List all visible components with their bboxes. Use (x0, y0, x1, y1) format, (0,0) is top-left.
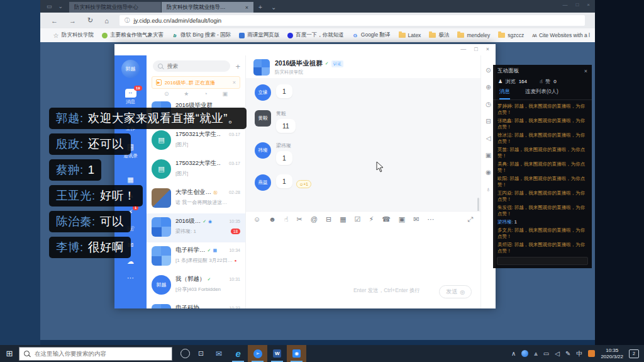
tray-icon[interactable]: ⩓ (534, 350, 538, 358)
toolbar-icon[interactable]: ⊟ (326, 215, 331, 223)
toolbar-icon[interactable]: ✂ (297, 215, 303, 223)
send-button[interactable]: 发送 ◎ (439, 285, 472, 298)
hidden-icons-chevron[interactable]: ∧ (511, 350, 516, 357)
tray-icon[interactable]: ▭ (543, 350, 549, 357)
tab-close-icon[interactable]: × (245, 4, 248, 11)
strip-tool-icon[interactable]: ◉ (486, 169, 491, 176)
taskbar-app-button[interactable]: ◉ (287, 345, 306, 362)
sender-avatar[interactable]: 祎璨 (255, 142, 271, 159)
bookmark-item[interactable]: 雨课堂网页版 (239, 31, 279, 39)
toolbar-icon[interactable]: ⋯ (427, 215, 434, 223)
panel-input[interactable] (497, 257, 588, 265)
bookmark-item[interactable]: 主要粮食作物气象灾害 (102, 31, 164, 39)
group-avatar[interactable] (253, 59, 270, 76)
search-input[interactable] (166, 62, 219, 70)
taskbar-search[interactable] (19, 347, 172, 361)
toolbar-icon[interactable]: ✉ (413, 215, 419, 223)
bookmark-item[interactable]: G Google 翻译 (352, 31, 391, 39)
forward-icon[interactable]: → (69, 17, 76, 25)
site-info-icon[interactable]: ⓘ (125, 17, 130, 25)
bookmark-item[interactable]: AA Cite Websites with a l (532, 32, 590, 38)
toolbar-icon[interactable]: ▦ (340, 215, 346, 223)
tab-list-icon[interactable]: ⌄ (267, 2, 280, 13)
tab-tool-icon[interactable]: ▭ (47, 3, 52, 9)
bookmark-item[interactable]: sgzccz (498, 32, 524, 38)
taskbar-app-button[interactable]: ✉ (209, 345, 228, 362)
toolbar-icon[interactable]: ⚡ (369, 215, 374, 223)
window-control-icon[interactable]: — (460, 46, 466, 52)
filter-icon[interactable]: ◔ (204, 91, 207, 97)
sender-avatar[interactable]: 黄毅 (255, 110, 271, 127)
back-icon[interactable]: ← (51, 17, 58, 25)
sender-avatar[interactable]: 燕益 (255, 174, 271, 191)
tray-icon[interactable]: 中 (576, 349, 582, 358)
window-control-icon[interactable]: □ (474, 46, 477, 52)
filter-icon[interactable]: ★ (184, 91, 189, 97)
tray-icon[interactable] (521, 350, 528, 357)
panel-tab[interactable]: 消息 (499, 88, 510, 99)
tray-icon[interactable]: ✎ (565, 350, 570, 357)
strip-tool-icon[interactable]: ♁ (486, 186, 491, 193)
bookmark-item[interactable]: 百度一下，你就知道 (287, 31, 344, 39)
bookmark-item[interactable]: mendeley (457, 32, 490, 38)
taskbar-app-button[interactable]: ➢ (248, 345, 267, 362)
banner-close-icon[interactable]: × (233, 79, 236, 86)
chat-list-item[interactable]: 电子科协… 10:33 (147, 300, 245, 308)
chat-list-item[interactable]: 郭越 我（郭越） ✓ 10:31 [分享]403 (147, 271, 245, 300)
window-control-icon[interactable]: — (562, 2, 567, 8)
taskbar-clock[interactable]: 10:35 2020/3/22 (601, 348, 623, 360)
start-button[interactable]: ⊞ (0, 349, 19, 358)
send-options-icon[interactable]: ◎ (460, 289, 465, 295)
bookmark-item[interactable]: 极法 (429, 31, 449, 39)
window-control-icon[interactable]: × (587, 2, 590, 8)
taskbar-app-button[interactable]: W (267, 345, 287, 362)
add-chat-button[interactable]: + (235, 62, 240, 71)
toolbar-icon[interactable]: ☺ (253, 215, 260, 223)
browser-tab[interactable]: 防灾科技学院就业指导… × (162, 2, 253, 13)
taskbar-search-input[interactable] (33, 349, 149, 358)
task-view-icon[interactable]: ⊡ (198, 349, 204, 358)
url-field[interactable]: ⓘ jy.cidp.edu.cn/admin/default/login (119, 15, 585, 26)
strip-tool-icon[interactable]: ⊕ (486, 84, 491, 91)
toolbar-icon[interactable]: ☝ (284, 215, 289, 223)
sender-avatar[interactable]: 立缘 (255, 84, 271, 101)
window-control-icon[interactable]: × (486, 46, 489, 52)
strip-tool-icon[interactable]: ◁ (486, 135, 491, 142)
cortana-icon[interactable] (180, 349, 190, 358)
browser-tab[interactable]: 防灾科技学院就业指导中心 (69, 2, 161, 13)
chat-search[interactable] (153, 60, 230, 72)
bookmark-item[interactable]: ☆ 防灾科技学院 (53, 31, 94, 39)
toolbar-icon[interactable]: @ (311, 215, 318, 223)
new-tab-button[interactable]: + (254, 2, 267, 13)
panel-close-icon[interactable]: × (584, 68, 587, 74)
notification-center-icon[interactable]: 2 (629, 349, 639, 358)
tray-icon[interactable] (588, 350, 595, 357)
strip-tool-icon[interactable]: ⊙ (486, 67, 491, 74)
toolbar-icon[interactable]: ▣ (399, 215, 405, 223)
toolbar-icon[interactable]: ☑ (355, 215, 361, 223)
reaction-badge[interactable]: ☺+1 (296, 180, 311, 188)
live-banner[interactable]: ▶ 2016级毕..群 正在直播 × (152, 76, 240, 89)
scrollbar[interactable] (477, 198, 479, 211)
fullscreen-icon[interactable]: ⤢ (467, 215, 473, 223)
tray-icon[interactable]: ◁ (555, 350, 560, 357)
taskbar-app-button[interactable]: e (228, 345, 248, 362)
home-icon[interactable]: ⌂ (104, 17, 109, 25)
message-input-area[interactable]: Enter 发送，Ctrl+Enter 换行 发送 ◎ (246, 227, 480, 308)
panel-tab[interactable]: 连麦列表(0人) (525, 88, 558, 99)
toolbar-icon[interactable]: ☻ (269, 215, 276, 223)
strip-tool-icon[interactable]: ⊟ (486, 118, 491, 125)
avatar[interactable]: 郭越 (121, 60, 140, 78)
strip-tool-icon[interactable]: ◷ (486, 101, 491, 108)
sidebar-item[interactable]: ·· 19 消息 (125, 86, 136, 105)
filter-icon[interactable]: ▣ (223, 91, 228, 97)
toolbar-icon[interactable]: ☎ (382, 215, 391, 223)
tab-tool-icon[interactable]: ⌄ (58, 3, 64, 9)
bookmark-item[interactable]: Latex (399, 32, 421, 38)
window-control-icon[interactable]: □ (575, 2, 579, 8)
strip-tool-icon[interactable]: ▣ (486, 152, 491, 159)
filter-icon[interactable]: ⊙ (164, 91, 169, 97)
refresh-icon[interactable]: ↻ (87, 16, 93, 25)
sidebar-tool-icon[interactable]: ⋯ (127, 274, 134, 282)
bookmark-item[interactable]: b 微软 Bing 搜索 - 国际 (172, 31, 231, 39)
